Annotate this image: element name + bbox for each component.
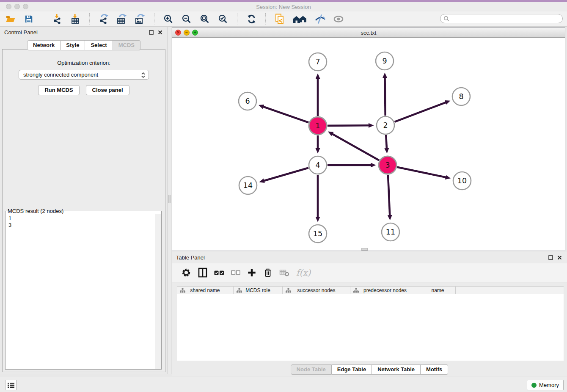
control-panel-tabs: NetworkStyleSelectMCDS [27, 40, 140, 50]
optimization-select[interactable]: strongly connected component [19, 70, 149, 80]
close-table-panel-icon[interactable] [556, 254, 563, 261]
close-panel-icon[interactable] [157, 29, 163, 36]
apply-layout-icon[interactable] [246, 14, 257, 25]
memory-status-icon [531, 383, 537, 388]
column-header-MCDS-role[interactable]: MCDS role [234, 287, 283, 294]
memory-label: Memory [539, 382, 559, 388]
status-bar: Memory [0, 377, 567, 392]
select-all-icon[interactable] [214, 267, 224, 278]
memory-button[interactable]: Memory [527, 380, 564, 390]
svg-text:2: 2 [383, 121, 388, 130]
graph-edge-2-3[interactable] [386, 135, 387, 149]
svg-text:8: 8 [459, 92, 463, 101]
zoom-in-icon[interactable] [163, 14, 174, 25]
tab-network[interactable]: Network [27, 40, 61, 50]
graph-node-2[interactable]: 2 [377, 116, 394, 134]
result-scrollbar[interactable] [155, 214, 161, 369]
task-history-button[interactable] [5, 380, 17, 390]
add-row-icon[interactable] [247, 267, 256, 278]
export-table-icon[interactable] [116, 14, 127, 25]
optimization-criterion-label: Optimization criterion: [3, 60, 165, 66]
graph-node-6[interactable]: 6 [239, 92, 256, 110]
import-network-icon[interactable] [52, 14, 63, 25]
graph-node-10[interactable]: 10 [453, 172, 471, 190]
control-panel-title: Control Panel [4, 29, 146, 36]
graph-node-7[interactable]: 7 [309, 53, 327, 71]
search-input[interactable] [449, 15, 562, 22]
graph-node-8[interactable]: 8 [452, 88, 470, 105]
import-table-icon[interactable] [70, 14, 81, 25]
save-session-icon[interactable] [23, 14, 34, 25]
close-window-button[interactable] [6, 4, 11, 9]
open-session-icon[interactable] [5, 14, 16, 25]
tab-edge-table[interactable]: Edge Table [332, 364, 372, 375]
splitter-grip[interactable] [168, 195, 171, 203]
deselect-all-icon[interactable] [231, 267, 240, 278]
minimize-window-button[interactable] [14, 4, 20, 9]
svg-text:4: 4 [315, 161, 320, 169]
svg-text:3: 3 [385, 161, 390, 169]
search-box[interactable] [440, 14, 563, 23]
graph-node-1[interactable]: 1 [309, 117, 327, 135]
graph-edge-2-8[interactable] [395, 102, 446, 122]
network-minimize-icon[interactable]: − [184, 30, 190, 36]
column-header-successor-nodes[interactable]: successor nodes [283, 287, 350, 294]
graph-node-14[interactable]: 14 [239, 177, 257, 194]
hide-graphics-details-icon[interactable] [315, 14, 326, 25]
home-icon[interactable] [292, 14, 308, 25]
hierarchy-icon [180, 288, 185, 293]
export-network-icon[interactable] [98, 14, 109, 25]
close-panel-button[interactable]: Close panel [86, 85, 129, 95]
mcds-result-list[interactable]: 13 [6, 214, 155, 369]
graph-edge-1-2[interactable] [328, 125, 369, 126]
mcds-result-title: MCDS result (2 nodes) [6, 208, 65, 214]
maximize-window-button[interactable] [23, 4, 28, 9]
graph-edge-4-14[interactable] [264, 168, 308, 181]
tab-style[interactable]: Style [61, 40, 85, 50]
tab-mcds[interactable]: MCDS [113, 40, 140, 50]
svg-text:6: 6 [245, 97, 250, 105]
show-graphics-details-icon[interactable] [333, 14, 344, 25]
toolbar-separator [43, 13, 43, 25]
network-canvas[interactable]: 7968124314101511 [172, 38, 565, 251]
table-settings-icon[interactable] [181, 267, 191, 278]
zoom-out-icon[interactable] [181, 14, 192, 25]
zoom-selected-icon[interactable] [217, 14, 228, 25]
graph-node-4[interactable]: 4 [309, 156, 327, 174]
network-window-titlebar[interactable]: × − + scc.txt [172, 28, 565, 38]
network-graph[interactable]: 7968124314101511 [172, 38, 565, 251]
column-header-name[interactable]: name [420, 287, 456, 294]
graph-edge-3-11[interactable] [388, 175, 390, 215]
tab-motifs[interactable]: Motifs [421, 364, 448, 375]
zoom-fit-icon[interactable] [199, 14, 210, 25]
delete-row-icon[interactable] [263, 267, 272, 278]
graph-node-9[interactable]: 9 [376, 52, 394, 70]
graph-node-3[interactable]: 3 [379, 156, 396, 174]
mcds-result-value: 3 [8, 222, 155, 229]
graph-node-15[interactable]: 15 [309, 225, 327, 243]
graph-edge-1-6[interactable] [263, 107, 308, 122]
float-panel-icon[interactable] [148, 29, 154, 36]
tab-node-table[interactable]: Node Table [291, 364, 332, 375]
tab-select[interactable]: Select [85, 40, 113, 50]
function-builder-icon[interactable]: f(x) [296, 267, 311, 278]
column-header-predecessor-nodes[interactable]: predecessor nodes [350, 287, 420, 294]
network-maximize-icon[interactable]: + [192, 30, 198, 36]
window-controls[interactable] [6, 4, 28, 9]
delete-table-icon[interactable] [279, 267, 289, 278]
column-chooser-icon[interactable] [198, 267, 207, 278]
run-mcds-button[interactable]: Run MCDS [38, 85, 79, 95]
panel-splitter[interactable] [168, 27, 171, 374]
export-image-icon[interactable] [135, 14, 146, 25]
tab-network-table[interactable]: Network Table [372, 364, 421, 375]
column-header-shared-name[interactable]: shared name [177, 287, 234, 294]
graph-edge-3-10[interactable] [397, 167, 446, 177]
graph-node-11[interactable]: 11 [382, 223, 399, 241]
network-close-icon[interactable]: × [175, 30, 181, 36]
mcds-result-box: MCDS result (2 nodes) 13 [5, 208, 162, 370]
duplicate-network-icon[interactable] [274, 14, 285, 25]
network-resize-grip[interactable] [361, 248, 368, 251]
graph-edge-2-9[interactable] [385, 77, 385, 116]
graph-edge-3-1[interactable] [332, 134, 379, 160]
float-table-panel-icon[interactable] [548, 254, 554, 261]
